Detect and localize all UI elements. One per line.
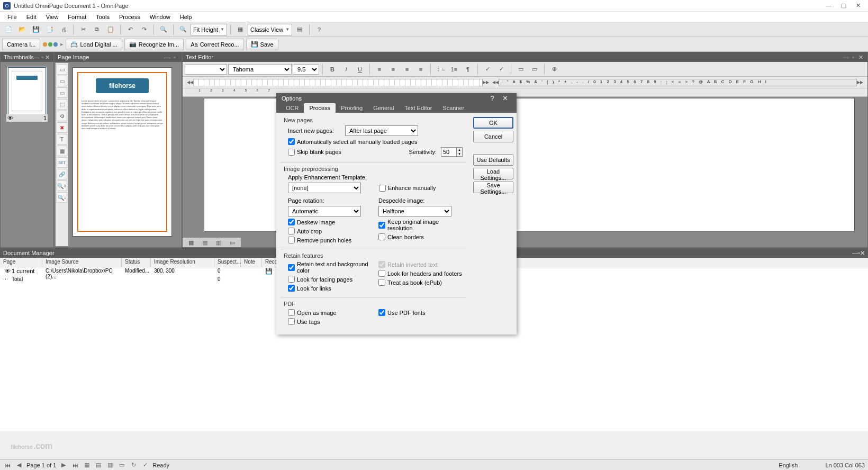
autocrop-checkbox[interactable]: Auto crop <box>288 228 372 234</box>
page-preview[interactable]: filehorse Lorem ipsum dolor sit amet, co… <box>73 67 172 237</box>
gear-icon[interactable]: ⚙ <box>57 111 67 121</box>
view-b-icon[interactable]: ▤ <box>94 462 103 468</box>
panel-close-icon[interactable]: ✕ <box>860 250 865 257</box>
punch-checkbox[interactable]: Remove punch holes <box>288 237 372 243</box>
panel-pin-icon[interactable]: ▫ <box>171 54 178 60</box>
check-icon[interactable]: ✓ <box>141 462 149 468</box>
panel-pin-icon[interactable]: ▫ <box>40 54 45 60</box>
view2-icon[interactable]: ▤ <box>198 236 211 247</box>
view-d-icon[interactable]: ▭ <box>117 462 126 468</box>
compare-icon[interactable]: ▭ <box>514 63 527 76</box>
font-select[interactable]: Tahoma <box>228 64 292 75</box>
save-icon[interactable]: 💾 <box>30 23 42 36</box>
panel-min-icon[interactable]: — <box>34 54 40 60</box>
layout-icon[interactable]: ▦ <box>234 23 247 36</box>
col-page[interactable]: Page <box>0 258 42 267</box>
help-icon[interactable]: ? <box>313 23 326 36</box>
view4-icon[interactable]: ▭ <box>226 236 239 247</box>
links-checkbox[interactable]: Look for links <box>288 285 372 292</box>
prev-page-icon[interactable]: ◀ <box>15 462 23 468</box>
paste-icon[interactable]: 📋 <box>104 23 117 36</box>
load-digital-button[interactable]: 📇 Load Digital ... <box>66 39 122 50</box>
facing-checkbox[interactable]: Look for facing pages <box>288 276 372 283</box>
tab-scanner[interactable]: Scanner <box>437 103 469 113</box>
use-tags-checkbox[interactable]: Use tags <box>288 318 372 325</box>
paragraph-icon[interactable]: ¶ <box>462 63 474 76</box>
cancel-button[interactable]: Cancel <box>473 131 513 142</box>
load-settings-button[interactable]: Load Settings... <box>473 168 513 179</box>
deskew-checkbox[interactable]: Deskew image <box>288 219 372 225</box>
next-page-icon[interactable]: ▶ <box>59 462 68 468</box>
menu-edit[interactable]: Edit <box>22 13 41 21</box>
zoom-in-icon[interactable]: 🔍+ <box>57 180 67 191</box>
new-icon[interactable]: 📄 <box>2 23 15 36</box>
view1-icon[interactable]: ▦ <box>185 236 197 247</box>
panel-min-icon[interactable]: — <box>852 250 858 256</box>
menu-format[interactable]: Format <box>64 13 91 21</box>
tab-proofing[interactable]: Proofing <box>336 103 368 113</box>
view-dropdown[interactable]: Classic View ▼ <box>248 24 292 35</box>
use-defaults-button[interactable]: Use Defaults <box>473 154 513 166</box>
panel-close-icon[interactable]: ✕ <box>857 54 864 61</box>
close-button[interactable]: ✕ <box>856 2 861 9</box>
text-tool-icon[interactable]: T <box>57 134 67 144</box>
bold-icon[interactable]: B <box>326 63 339 76</box>
headers-checkbox[interactable]: Look for headers and footers <box>378 270 463 277</box>
tab-texteditor[interactable]: Text Editor <box>399 103 437 113</box>
skip-blank-checkbox[interactable]: Skip blank pages <box>288 149 341 156</box>
panel-min-icon[interactable]: — <box>842 54 849 60</box>
tab-ocr[interactable]: OCR <box>281 103 304 113</box>
minimize-button[interactable]: — <box>826 2 831 9</box>
align-center-icon[interactable]: ≡ <box>387 63 400 76</box>
rotation-select[interactable]: Automatic <box>288 206 361 216</box>
open-icon[interactable]: 📂 <box>16 23 29 36</box>
first-page-icon[interactable]: ⏮ <box>3 462 12 468</box>
set-icon[interactable]: SET <box>57 157 67 168</box>
redo-icon[interactable]: ↷ <box>138 23 150 36</box>
page-icon[interactable]: ▭ <box>57 64 67 75</box>
save-settings-button[interactable]: Save Settings... <box>473 182 513 193</box>
menu-tools[interactable]: Tools <box>92 13 114 21</box>
compare2-icon[interactable]: ▭ <box>528 63 541 76</box>
style-select[interactable] <box>185 64 227 75</box>
recognize-button[interactable]: 📷 Recognize Im... <box>124 39 184 50</box>
zoom-tool-icon[interactable]: 🔍 <box>157 23 170 36</box>
check-icon[interactable]: ✓ <box>481 63 494 76</box>
menu-file[interactable]: File <box>3 13 21 21</box>
col-res[interactable]: Image Resolution <box>151 258 214 267</box>
italic-icon[interactable]: I <box>340 63 352 76</box>
menu-view[interactable]: View <box>42 13 63 21</box>
use-fonts-checkbox[interactable]: Use PDF fonts <box>378 309 463 316</box>
col-source[interactable]: Image Source <box>42 258 122 267</box>
close-button[interactable]: ✕ <box>499 94 511 102</box>
menu-window[interactable]: Window <box>146 13 175 21</box>
view-a-icon[interactable]: ▦ <box>83 462 91 468</box>
maximize-button[interactable]: ▢ <box>841 2 846 9</box>
insert-select[interactable]: After last page <box>345 125 418 136</box>
tab-general[interactable]: General <box>368 103 399 113</box>
help-button[interactable]: ? <box>486 94 499 102</box>
numbering-icon[interactable]: 1≡ <box>448 63 460 76</box>
auto-select-checkbox[interactable]: Automatically select all manually loaded… <box>288 138 463 145</box>
last-page-icon[interactable]: ⏭ <box>71 462 79 468</box>
correct-button[interactable]: Aa Correct Reco... <box>186 39 243 50</box>
delete-icon[interactable]: ✖ <box>57 122 67 133</box>
copy-icon[interactable]: ⧉ <box>91 23 103 36</box>
col-suspect[interactable]: Suspect... <box>214 258 241 267</box>
menu-help[interactable]: Help <box>176 13 196 21</box>
table-icon[interactable]: ▦ <box>57 146 67 156</box>
print-icon[interactable]: 🖨 <box>57 23 70 36</box>
panel-min-icon[interactable]: — <box>164 54 171 60</box>
template-select[interactable]: [none] <box>288 183 361 193</box>
refresh-icon[interactable]: ↻ <box>129 462 138 468</box>
select-icon[interactable]: ⬚ <box>57 99 67 110</box>
keepres-checkbox[interactable]: Keep original image resolution <box>378 219 463 231</box>
view3-icon[interactable]: ▥ <box>212 236 225 247</box>
menu-process[interactable]: Process <box>115 13 144 21</box>
despeckle-select[interactable]: Halftone <box>378 206 451 216</box>
justify-icon[interactable]: ≡ <box>414 63 427 76</box>
col-note[interactable]: Note <box>241 258 262 267</box>
underline-icon[interactable]: U <box>354 63 366 76</box>
col-status[interactable]: Status <box>122 258 151 267</box>
align-left-icon[interactable]: ≡ <box>373 63 386 76</box>
